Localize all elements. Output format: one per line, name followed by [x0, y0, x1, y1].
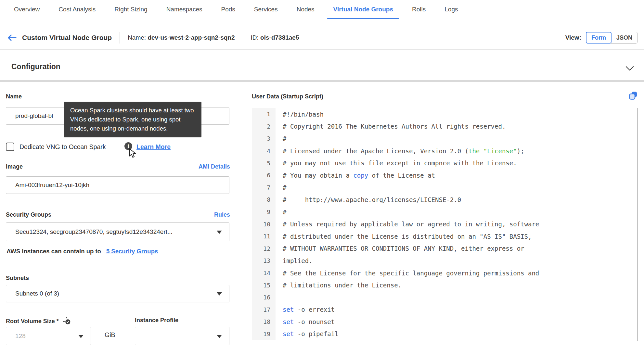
view-form-button[interactable]: Form: [586, 32, 612, 44]
code-line: 5# you may not use this file except in c…: [252, 157, 637, 169]
rules-link[interactable]: Rules: [214, 211, 230, 218]
learn-more-link[interactable]: Learn More: [136, 143, 171, 151]
line-number: 6: [252, 169, 276, 182]
code-text: # Licensed under the Apache License, Ver…: [276, 147, 524, 155]
code-text: # http://www.apache.org/licenses/LICENSE…: [276, 196, 461, 203]
code-text: #: [276, 209, 286, 216]
header-divider: [243, 32, 243, 44]
code-line: 16: [252, 291, 637, 304]
security-groups-dropdown[interactable]: Secu12324, secgroup23470870, segtuyfsd12…: [6, 222, 229, 241]
instance-profile-label: Instance Profile: [135, 317, 178, 324]
line-number: 18: [252, 316, 276, 328]
root-volume-size-placeholder: 128: [15, 333, 26, 340]
code-line: 1#!/bin/bash: [252, 108, 637, 120]
line-number: 9: [252, 206, 276, 218]
user-data-section: User Data (Startup Script) 1#!/bin/bash2…: [252, 0, 638, 354]
code-line: 6# You may obtain a copy of the License …: [252, 169, 637, 182]
code-text: # distributed under the License is distr…: [276, 233, 532, 240]
line-number: 8: [252, 194, 276, 206]
five-security-groups-link[interactable]: 5 Security Groups: [106, 248, 158, 255]
code-line: 8# http://www.apache.org/licenses/LICENS…: [252, 194, 637, 206]
configuration-form: Name prod-global-bl Ocean Spark clusters…: [6, 0, 230, 354]
code-line: 7#: [252, 182, 637, 194]
code-text: set -o pipefail: [276, 330, 339, 337]
code-line: 18set -o nounset: [252, 316, 637, 328]
code-line: 11# distributed under the License is dis…: [252, 230, 637, 243]
line-number: 2: [252, 120, 276, 133]
line-number: 13: [252, 255, 276, 267]
instance-profile-dropdown[interactable]: [135, 327, 229, 345]
line-number: 3: [252, 133, 276, 145]
code-line: 19set -o pipefail: [252, 328, 637, 340]
line-number: 14: [252, 267, 276, 279]
root-volume-size-label: Root Volume Size *: [6, 317, 71, 325]
virtual-node-group-page: OverviewCost AnalysisRight SizingNamespa…: [0, 0, 644, 354]
gib-unit-label: GiB: [105, 331, 115, 339]
dropdown-caret-icon: [78, 335, 84, 338]
name-input-value: prod-global-bl: [15, 112, 53, 120]
subnets-label: Subnets: [6, 275, 29, 282]
code-line: 10# Unless required by applicable law or…: [252, 218, 637, 230]
line-number: 5: [252, 157, 276, 169]
code-text: # You may obtain a copy of the License a…: [276, 172, 435, 179]
security-groups-label: Security Groups: [6, 211, 51, 218]
code-line: 14# See the License for the specific lan…: [252, 267, 637, 279]
code-text: # limitations under the License.: [276, 282, 402, 289]
user-data-code-editor[interactable]: 1#!/bin/bash2# Copyright 2016 The Kubern…: [252, 108, 638, 341]
line-number: 15: [252, 279, 276, 291]
dedicate-vng-label: Dedicate VNG to Ocean Spark: [19, 143, 106, 151]
subnets-value: Subnets 0 (of 3): [15, 290, 59, 297]
line-number: 7: [252, 182, 276, 194]
link-check-icon: [63, 317, 71, 325]
dropdown-caret-icon: [217, 292, 222, 296]
line-number: 11: [252, 230, 276, 243]
image-input[interactable]: Ami-003fruuen12-yui-10jkh: [6, 176, 229, 194]
code-line: 9#: [252, 206, 637, 218]
code-line: 2# Copyright 2016 The Kubernetes Authors…: [252, 120, 637, 133]
line-number: 4: [252, 145, 276, 157]
name-field-label: Name: [6, 93, 22, 100]
code-text: #: [276, 135, 286, 142]
security-groups-value: Secu12324, secgroup23470870, segtuyfsd12…: [15, 228, 173, 235]
line-number: 17: [252, 304, 276, 316]
root-volume-size-dropdown[interactable]: 128: [6, 327, 91, 345]
image-field-label: Image: [6, 163, 23, 170]
subnets-dropdown[interactable]: Subnets 0 (of 3): [6, 285, 229, 302]
ami-details-link[interactable]: AMI Details: [199, 163, 230, 170]
code-text: # Copyright 2016 The Kubernetes Authors …: [276, 123, 506, 130]
copy-icon: [629, 91, 638, 100]
code-text: # Unless required by applicable law or a…: [276, 221, 539, 228]
line-number: 10: [252, 218, 276, 230]
code-text: # you may not use this file except in co…: [276, 159, 517, 167]
code-text: set -o nounset: [276, 318, 335, 325]
code-line: 17set -o errexit: [252, 304, 637, 316]
code-line: 15# limitations under the License.: [252, 279, 637, 291]
line-number: 12: [252, 243, 276, 255]
ocean-spark-tooltip: Ocean Spark clusters should have at leas…: [64, 102, 201, 137]
dedicate-vng-checkbox[interactable]: [6, 143, 14, 151]
root-volume-size-label-text: Root Volume Size *: [6, 318, 59, 324]
image-input-value: Ami-003fruuen12-yui-10jkh: [15, 182, 89, 189]
code-line: 3#: [252, 133, 637, 145]
dropdown-caret-icon: [217, 231, 222, 234]
dropdown-caret-icon: [217, 335, 222, 338]
mouse-cursor: [128, 148, 137, 160]
security-groups-caption: AWS instances can contain up to5 Securit…: [6, 248, 158, 255]
line-number: 16: [252, 291, 276, 304]
code-text: # See the License for the specific langu…: [276, 270, 539, 277]
code-text: #: [276, 184, 286, 191]
security-groups-caption-text: AWS instances can contain up to: [6, 248, 101, 255]
copy-button[interactable]: [629, 91, 638, 101]
line-number: 19: [252, 328, 276, 340]
code-line: 4# Licensed under the Apache License, Ve…: [252, 145, 637, 157]
user-data-label: User Data (Startup Script): [252, 93, 323, 100]
code-text: set -o errexit: [276, 306, 335, 313]
code-text: # WITHOUT WARRANTIES OR CONDITIONS OF AN…: [276, 245, 524, 252]
code-text: #!/bin/bash: [276, 111, 324, 118]
line-number: 1: [252, 108, 276, 120]
code-line: 12# WITHOUT WARRANTIES OR CONDITIONS OF …: [252, 243, 637, 255]
code-text: implied.: [276, 257, 313, 264]
code-line: 13implied.: [252, 255, 637, 267]
